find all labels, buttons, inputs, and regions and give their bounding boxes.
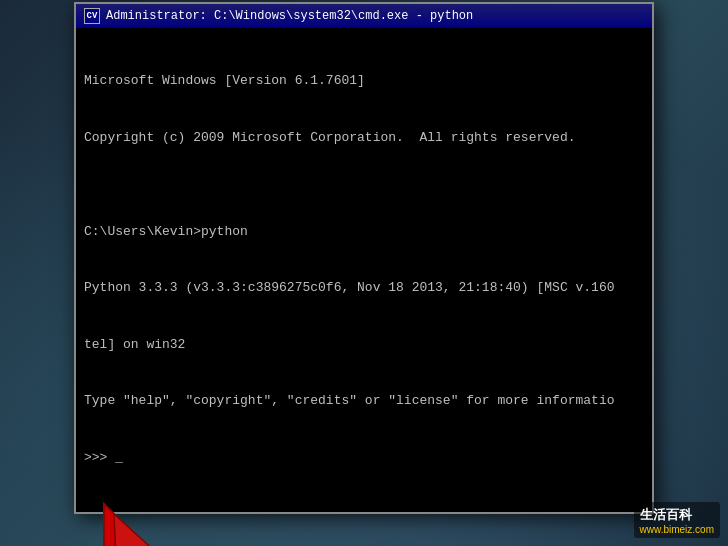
cmd-line-2: Copyright (c) 2009 Microsoft Corporation… (84, 129, 644, 148)
watermark-url: www.bimeiz.com (640, 524, 714, 535)
cmd-window: CV Administrator: C:\Windows\system32\cm… (74, 2, 654, 513)
window-wrapper: CV Administrator: C:\Windows\system32\cm… (74, 2, 654, 513)
cmd-line-1: Microsoft Windows [Version 6.1.7601] (84, 72, 644, 91)
watermark: 生活百科 www.bimeiz.com (634, 502, 720, 538)
watermark-chinese: 生活百科 (640, 507, 692, 522)
cmd-line-7: Type "help", "copyright", "credits" or "… (84, 392, 644, 411)
background: CV Administrator: C:\Windows\system32\cm… (0, 0, 728, 546)
cmd-line-4: C:\Users\Kevin>python (84, 223, 644, 242)
cmd-icon-label: CV (87, 11, 98, 21)
cmd-line-8: >>> _ (84, 449, 644, 468)
cmd-line-5: Python 3.3.3 (v3.3.3:c3896275c0f6, Nov 1… (84, 279, 644, 298)
cmd-body[interactable]: Microsoft Windows [Version 6.1.7601] Cop… (76, 28, 652, 511)
cmd-icon: CV (84, 8, 100, 24)
cmd-title-text: Administrator: C:\Windows\system32\cmd.e… (106, 9, 473, 23)
cmd-titlebar: CV Administrator: C:\Windows\system32\cm… (76, 4, 652, 28)
cmd-line-6: tel] on win32 (84, 336, 644, 355)
